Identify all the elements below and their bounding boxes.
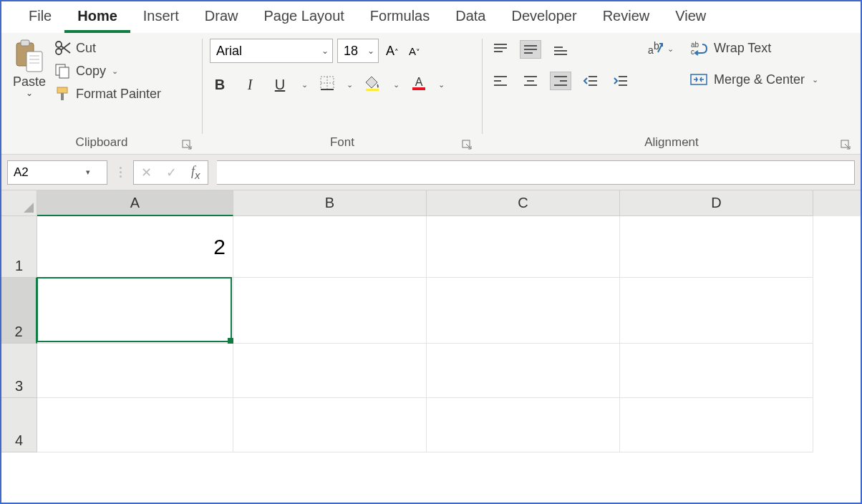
cell-D2[interactable] [620,278,813,344]
font-name-dropdown[interactable]: ⌄ [318,46,332,56]
tab-developer[interactable]: Developer [498,2,589,33]
tab-formulas[interactable]: Formulas [357,2,442,33]
format-painter-label: Format Painter [76,87,161,102]
formula-bar: ▾ ✕ ✓ fx [1,155,861,190]
group-font: ⌄ ⌄ A˄ A˅ B I U ⌄ ⌄ [203,33,482,154]
cell-B1[interactable] [233,216,427,278]
orientation-dropdown[interactable]: ⌄ [666,40,675,54]
font-name-combo[interactable]: ⌄ [210,39,333,63]
column-header-A[interactable]: A [37,190,233,216]
font-color-dropdown[interactable]: ⌄ [437,80,446,89]
row-header-1[interactable]: 1 [1,216,37,278]
borders-icon [319,75,335,91]
cell-B3[interactable] [233,344,427,398]
column-header-B[interactable]: B [233,190,427,216]
spreadsheet-grid: ABCD 1234 2 [1,190,861,452]
cell-B2[interactable] [233,278,427,344]
font-color-button[interactable]: A [411,75,427,94]
svg-rect-13 [61,93,64,100]
column-header-D[interactable]: D [620,190,813,216]
align-right-button[interactable] [550,72,571,90]
merge-center-dropdown[interactable]: ⌄ [810,75,820,84]
borders-dropdown[interactable]: ⌄ [345,80,354,89]
underline-button[interactable]: U [270,74,290,94]
underline-dropdown[interactable]: ⌄ [300,80,309,89]
cell-A4[interactable] [37,398,233,452]
tab-home[interactable]: Home [64,2,130,33]
paste-icon [14,39,45,73]
cell-A1[interactable]: 2 [37,216,233,278]
row-headers: 1234 [1,216,37,452]
formula-input[interactable] [217,160,855,185]
paste-dropdown[interactable]: ⌄ [26,88,33,98]
row-header-4[interactable]: 4 [1,398,37,452]
font-size-dropdown[interactable]: ⌄ [364,46,378,56]
merge-center-button[interactable]: Merge & Center ⌄ [689,72,820,87]
column-header-C[interactable]: C [427,190,620,216]
name-box-input[interactable] [8,161,79,184]
decrease-indent-button[interactable] [580,72,601,90]
cell-D4[interactable] [620,398,813,452]
svg-text:a: a [648,44,654,56]
wrap-text-button[interactable]: abc Wrap Text [689,40,820,56]
cancel-formula-button[interactable]: ✕ [141,165,152,180]
increase-font-size-button[interactable]: A˄ [383,44,402,59]
align-bottom-button[interactable] [550,40,571,59]
enter-formula-button[interactable]: ✓ [166,165,177,180]
copy-label: Copy [76,64,106,79]
tab-page-layout[interactable]: Page Layout [251,2,357,33]
clipboard-dialog-launcher[interactable] [182,140,193,151]
tab-data[interactable]: Data [442,2,498,33]
cell-A2[interactable] [37,278,233,344]
alignment-dialog-launcher[interactable] [841,140,852,151]
fill-color-button[interactable] [364,75,382,94]
svg-text:A: A [415,76,423,88]
cut-button[interactable]: Cut [54,40,161,56]
select-all-corner[interactable] [1,190,37,216]
copy-dropdown[interactable]: ⌄ [110,67,120,76]
insert-function-button[interactable]: fx [191,164,200,181]
scissors-icon [54,40,72,56]
font-name-input[interactable] [210,39,318,62]
tab-draw[interactable]: Draw [192,2,251,33]
cell-B4[interactable] [233,398,427,452]
borders-button[interactable] [319,75,335,94]
bold-button[interactable]: B [210,74,230,94]
name-box-dropdown[interactable]: ▾ [79,168,97,177]
row-header-2[interactable]: 2 [1,278,37,344]
group-clipboard: Paste ⌄ Cut Copy ⌄ [1,33,202,154]
tab-insert[interactable]: Insert [130,2,192,33]
align-center-button[interactable] [520,72,541,90]
tab-view[interactable]: View [662,2,719,33]
paste-button[interactable]: Paste ⌄ [9,36,50,101]
orientation-button[interactable]: ab [644,40,666,59]
decrease-font-size-button[interactable]: A˅ [406,45,423,57]
svg-rect-11 [59,67,69,78]
italic-button[interactable]: I [240,74,260,94]
cell-A3[interactable] [37,344,233,398]
copy-button[interactable]: Copy ⌄ [54,63,161,79]
cell-C1[interactable] [427,216,620,278]
cell-D1[interactable] [620,216,813,278]
increase-indent-button[interactable] [610,72,631,90]
tab-review[interactable]: Review [590,2,663,33]
svg-rect-1 [21,40,29,46]
cell-C3[interactable] [427,344,620,398]
font-size-input[interactable] [338,39,364,62]
fill-color-dropdown[interactable]: ⌄ [392,80,401,89]
align-left-button[interactable] [490,72,511,90]
tab-file[interactable]: File [16,2,64,33]
column-headers: ABCD [1,190,861,216]
align-middle-button[interactable] [520,40,541,59]
copy-icon [54,63,72,79]
cell-C2[interactable] [427,278,620,344]
cell-C4[interactable] [427,398,620,452]
formula-bar-grip[interactable] [116,167,125,178]
row-header-3[interactable]: 3 [1,344,37,398]
font-dialog-launcher[interactable] [462,140,473,151]
format-painter-button[interactable]: Format Painter [54,86,161,102]
align-top-button[interactable] [490,40,511,59]
font-size-combo[interactable]: ⌄ [337,39,379,63]
name-box[interactable]: ▾ [7,160,107,185]
cell-D3[interactable] [620,344,813,398]
